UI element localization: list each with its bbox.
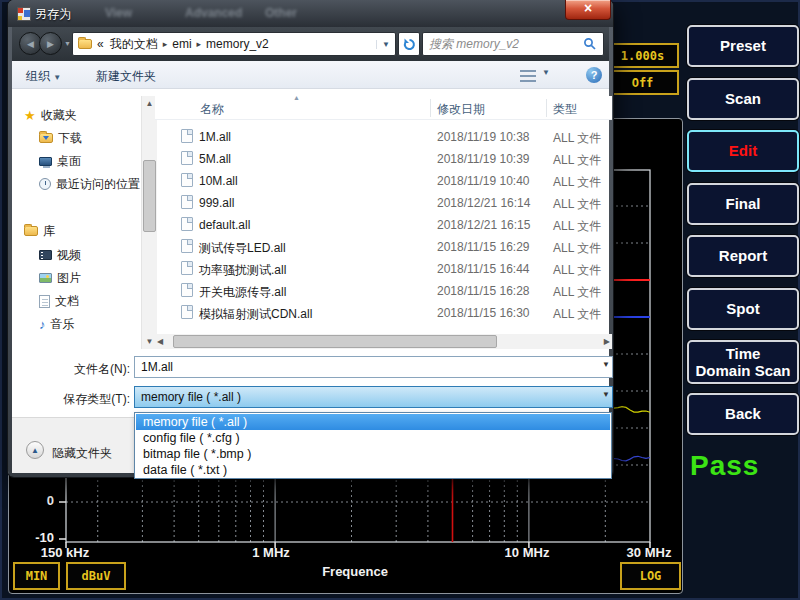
dropdown-option-memory[interactable]: memory file ( *.all ): [136, 414, 610, 430]
breadcrumb-collapse[interactable]: «: [96, 37, 105, 51]
file-list: 1M.all 2018/11/19 10:38 ALL 文件 5M.all 20…: [155, 122, 612, 332]
column-header-type[interactable]: 类型: [553, 101, 577, 118]
file-row[interactable]: 测试传导LED.all 2018/11/15 16:29 ALL 文件: [155, 236, 612, 258]
spot-button[interactable]: Spot: [687, 288, 799, 330]
file-icon: [181, 283, 193, 297]
scroll-right-button[interactable]: ▶: [604, 337, 610, 346]
dialog-titlebar[interactable]: 另存为 View Advanced Other ×: [8, 0, 613, 27]
hide-folders-label[interactable]: 隐藏文件夹: [52, 445, 112, 462]
column-separator[interactable]: [546, 99, 547, 117]
file-icon: [181, 305, 193, 319]
address-box[interactable]: « 我的文档 ▸ emi ▸ memory_v2 ▼: [72, 32, 396, 56]
file-icon: [181, 151, 193, 165]
file-row[interactable]: 模拟辐射测试CDN.all 2018/11/15 16:30 ALL 文件: [155, 302, 612, 324]
sidebar-item-pictures[interactable]: 图片: [39, 269, 81, 287]
scale-readout: LOG: [620, 562, 681, 590]
search-placeholder: 搜索 memory_v2: [429, 36, 519, 53]
x-axis-label: Frequence: [295, 564, 415, 579]
column-header-name[interactable]: 名称: [200, 101, 224, 118]
file-row[interactable]: 5M.all 2018/11/19 10:39 ALL 文件: [155, 148, 612, 170]
emi-app-screen: 0 -10 150 kHz 1 MHz 10 MHz 30 MHz Freque…: [0, 0, 800, 600]
chevron-down-icon[interactable]: ▼: [602, 360, 610, 369]
sidebar-item-libraries[interactable]: 库: [24, 222, 55, 240]
final-button[interactable]: Final: [687, 183, 799, 225]
column-header-date[interactable]: 修改日期: [437, 101, 485, 118]
ghost-menu-other: Other: [265, 6, 297, 20]
file-row[interactable]: 1M.all 2018/11/19 10:38 ALL 文件: [155, 126, 612, 148]
file-row[interactable]: 10M.all 2018/11/19 10:40 ALL 文件: [155, 170, 612, 192]
folder-icon: [78, 39, 92, 49]
unit-readout: dBuV: [66, 562, 126, 590]
dropdown-option-bitmap[interactable]: bitmap file ( *.bmp ): [136, 446, 610, 462]
back-button[interactable]: Back: [687, 393, 799, 435]
breadcrumb-emi[interactable]: emi: [171, 37, 192, 51]
sidebar-item-videos[interactable]: 视频: [39, 246, 81, 264]
breadcrumb-my-documents[interactable]: 我的文档: [109, 36, 159, 53]
preset-button[interactable]: Preset: [687, 25, 799, 67]
sidebar-item-music[interactable]: ♪ 音乐: [39, 315, 75, 333]
report-button[interactable]: Report: [687, 235, 799, 277]
horizontal-scrollbar[interactable]: ◀ ▶: [155, 334, 612, 349]
savetype-combobox[interactable]: memory file ( *.all ) ▼: [134, 386, 613, 408]
nav-history-chevron-icon[interactable]: ▼: [64, 40, 71, 47]
sort-ascending-icon[interactable]: ▲: [293, 94, 300, 101]
breadcrumb-chevron-icon: ▸: [197, 39, 202, 49]
file-row[interactable]: 功率骚扰测试.all 2018/11/15 16:44 ALL 文件: [155, 258, 612, 280]
views-chevron-icon[interactable]: ▼: [542, 68, 550, 77]
savetype-label: 保存类型(T):: [14, 391, 130, 408]
search-box[interactable]: 搜索 memory_v2: [422, 32, 604, 56]
x-tick-10mhz: 10 MHz: [490, 545, 564, 560]
filename-combobox[interactable]: 1M.all ▼: [134, 356, 613, 378]
help-icon[interactable]: ?: [586, 67, 602, 83]
address-dropdown-chevron-icon[interactable]: ▼: [376, 40, 390, 49]
download-folder-icon: [39, 133, 53, 143]
save-as-dialog: 另存为 View Advanced Other × ◀ ▶ ▼ « 我的文档 ▸…: [8, 0, 613, 477]
y-tick-minus10: -10: [22, 530, 54, 545]
refresh-icon: [403, 38, 416, 51]
new-folder-button[interactable]: 新建文件夹: [96, 68, 156, 85]
sidebar-item-recent-places[interactable]: 最近访问的位置: [39, 175, 140, 193]
sidebar-item-documents[interactable]: 文档: [39, 292, 79, 310]
views-icon[interactable]: [520, 70, 536, 82]
scan-button[interactable]: Scan: [687, 78, 799, 120]
file-icon: [181, 195, 193, 209]
sidebar-item-favorites[interactable]: ★ 收藏夹: [24, 106, 77, 124]
star-icon: ★: [24, 109, 36, 122]
pass-verdict: Pass: [690, 450, 759, 482]
chevron-down-icon: ▼: [53, 73, 61, 82]
detector-readout: MIN: [13, 562, 60, 590]
search-icon[interactable]: [583, 37, 597, 51]
x-tick-1mhz: 1 MHz: [236, 545, 306, 560]
hide-folders-button[interactable]: ▲: [26, 441, 44, 459]
music-icon: ♪: [39, 318, 46, 331]
horizontal-scroll-thumb[interactable]: [173, 335, 497, 348]
savetype-dropdown-list: memory file ( *.all ) config file ( *.cf…: [134, 412, 612, 479]
forward-nav-button[interactable]: ▶: [39, 32, 62, 55]
edit-button[interactable]: Edit: [687, 130, 799, 172]
file-row[interactable]: default.all 2018/12/21 16:15 ALL 文件: [155, 214, 612, 236]
x-tick-150khz: 150 kHz: [30, 545, 100, 560]
organize-menu[interactable]: 组织 ▼: [26, 68, 61, 85]
dropdown-option-config[interactable]: config file ( *.cfg ): [136, 430, 610, 446]
dropdown-option-data[interactable]: data file ( *.txt ): [136, 462, 610, 478]
file-icon: [181, 217, 193, 231]
scroll-left-button[interactable]: ◀: [157, 337, 163, 346]
time-domain-scan-button[interactable]: Time Domain Scan: [687, 340, 799, 384]
file-icon: [181, 129, 193, 143]
video-icon: [39, 250, 52, 260]
column-separator[interactable]: [430, 99, 431, 117]
close-button[interactable]: ×: [565, 0, 611, 20]
sidebar-item-desktop[interactable]: 桌面: [39, 152, 81, 170]
file-icon: [181, 239, 193, 253]
file-row[interactable]: 开关电源传导.all 2018/11/15 16:28 ALL 文件: [155, 280, 612, 302]
sidebar-item-downloads[interactable]: 下载: [39, 129, 82, 147]
dialog-icon: [17, 7, 31, 21]
chevron-down-icon[interactable]: ▼: [602, 390, 610, 399]
breadcrumb-memory-v2[interactable]: memory_v2: [205, 37, 270, 51]
recent-places-icon: [39, 178, 51, 190]
library-folder-icon: [24, 226, 38, 236]
refresh-button[interactable]: [398, 32, 420, 56]
file-row[interactable]: 999.all 2018/12/21 16:14 ALL 文件: [155, 192, 612, 214]
y-tick-0: 0: [28, 493, 54, 508]
command-bar: 组织 ▼ 新建文件夹 ▼ ?: [12, 61, 609, 89]
